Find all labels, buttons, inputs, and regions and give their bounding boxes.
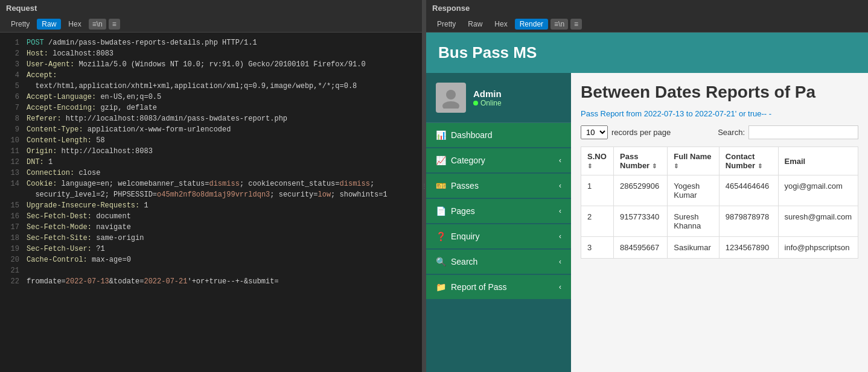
web-body: Admin Online 📊 Dashboard bbox=[426, 73, 868, 372]
search-chevron-icon: ‹ bbox=[559, 257, 561, 266]
col-email: Email bbox=[778, 147, 858, 175]
pretty-button[interactable]: Pretty bbox=[6, 19, 34, 30]
sidebar-item-search[interactable]: 🔍 Search ‹ bbox=[426, 250, 571, 274]
user-status: Online bbox=[473, 99, 502, 107]
sidebar-item-enquiry-label: Enquiry bbox=[451, 232, 479, 241]
report-table: S.NO ⇕ Pass Number ⇕ Full Name ⇕ bbox=[581, 147, 858, 259]
sidebar-item-pages[interactable]: 📄 Pages ‹ bbox=[426, 199, 571, 223]
status-dot bbox=[473, 101, 478, 106]
row3-email: info@phpscriptson bbox=[778, 237, 858, 259]
sidebar-item-pages-label: Pages bbox=[451, 206, 475, 216]
web-main-content: Between Dates Reports of Pa Pass Report … bbox=[571, 73, 868, 372]
pass-number-sort-icon[interactable]: ⇕ bbox=[652, 163, 657, 169]
records-per-page-label: records per page bbox=[611, 128, 671, 137]
sidebar-item-dashboard[interactable]: 📊 Dashboard bbox=[426, 123, 571, 147]
web-sidebar: Admin Online 📊 Dashboard bbox=[426, 73, 571, 372]
webapp-title: Bus Pass MS bbox=[438, 43, 856, 62]
code-line-8: 8 Referer: http://localhost:8083/admin/p… bbox=[0, 113, 422, 124]
menu-button[interactable]: ≡ bbox=[109, 19, 120, 30]
code-line-22: 22 fromdate=2022-07-13&todate=2022-07-21… bbox=[0, 276, 422, 287]
search-icon: 🔍 bbox=[436, 257, 446, 266]
request-code: 1 POST /admin/pass-bwdates-reports-detai… bbox=[0, 33, 422, 372]
passes-icon: 🎫 bbox=[436, 181, 446, 191]
col-sno: S.NO ⇕ bbox=[581, 147, 614, 175]
enquiry-icon: ❓ bbox=[436, 232, 446, 241]
sidebar-item-passes[interactable]: 🎫 Passes ‹ bbox=[426, 174, 571, 198]
response-title: Response bbox=[432, 4, 470, 13]
col-full-name: Full Name ⇕ bbox=[668, 147, 719, 175]
sidebar-item-dashboard-label: Dashboard bbox=[451, 130, 493, 140]
code-line-5: 5 text/html,application/xhtml+xml,applic… bbox=[0, 81, 422, 92]
format-button[interactable]: ≡\n bbox=[89, 19, 106, 30]
resp-hex-button[interactable]: Hex bbox=[490, 19, 512, 30]
category-chevron-icon: ‹ bbox=[559, 156, 561, 165]
code-line-14: 14 Cookie: language=en; welcomebanner_st… bbox=[0, 178, 422, 189]
sidebar-item-report-label: Report of Pass bbox=[451, 282, 507, 292]
svg-point-0 bbox=[446, 90, 456, 99]
request-header: Request bbox=[0, 0, 422, 16]
report-page-title: Between Dates Reports of Pa bbox=[581, 83, 858, 102]
sidebar-item-category[interactable]: 📈 Category ‹ bbox=[426, 148, 571, 172]
resp-render-button[interactable]: Render bbox=[515, 19, 548, 30]
code-line-13: 13 Connection: close bbox=[0, 168, 422, 178]
resp-format-button[interactable]: ≡\n bbox=[550, 19, 568, 30]
row3-pass-number: 884595667 bbox=[614, 237, 668, 259]
sno-sort-icon[interactable]: ⇕ bbox=[587, 163, 592, 169]
resp-menu-button[interactable]: ≡ bbox=[570, 19, 582, 30]
table-row: 2 915773340 Suresh Khanna 9879878978 sur… bbox=[581, 206, 858, 237]
code-line-16: 16 Sec-Fetch-Dest: document bbox=[0, 211, 422, 222]
resp-raw-button[interactable]: Raw bbox=[463, 19, 487, 30]
sidebar-item-report-of-pass[interactable]: 📁 Report of Pass ‹ bbox=[426, 275, 571, 299]
contact-sort-icon[interactable]: ⇕ bbox=[758, 163, 762, 169]
row3-contact-number: 1234567890 bbox=[719, 237, 778, 259]
code-line-11: 11 Origin: http://localhost:8083 bbox=[0, 146, 422, 157]
request-panel: Request Pretty Raw Hex ≡\n ≡ 1 POST /adm… bbox=[0, 0, 423, 372]
sidebar-item-enquiry[interactable]: ❓ Enquiry ‹ bbox=[426, 224, 571, 248]
sidebar-item-category-label: Category bbox=[451, 156, 485, 165]
report-icon: 📁 bbox=[436, 282, 446, 292]
table-row: 1 286529906 Yogesh Kumar 4654464646 yogi… bbox=[581, 175, 858, 206]
raw-button[interactable]: Raw bbox=[37, 19, 61, 30]
table-search-input[interactable] bbox=[748, 125, 858, 139]
row3-full-name: Sasikumar bbox=[668, 237, 719, 259]
code-line-7: 7 Accept-Encoding: gzip, deflate bbox=[0, 102, 422, 113]
avatar bbox=[436, 83, 466, 113]
row1-full-name: Yogesh Kumar bbox=[668, 175, 719, 206]
code-line-14b: security_level=2; PHPSESSID=o45mh2nf8o8d… bbox=[0, 189, 422, 200]
sidebar-item-passes-label: Passes bbox=[451, 181, 479, 191]
hex-button[interactable]: Hex bbox=[63, 19, 86, 30]
code-line-17: 17 Sec-Fetch-Mode: navigate bbox=[0, 222, 422, 233]
search-control: Search: bbox=[718, 125, 858, 139]
dashboard-icon: 📊 bbox=[436, 130, 446, 140]
report-chevron-icon: ‹ bbox=[559, 283, 561, 291]
request-title: Request bbox=[6, 4, 37, 13]
rendered-web-page: Bus Pass MS Admin Online bbox=[426, 33, 868, 372]
code-line-15: 15 Upgrade-Insecure-Requests: 1 bbox=[0, 200, 422, 211]
code-line-20: 20 Cache-Control: max-age=0 bbox=[0, 254, 422, 265]
code-line-2: 2 Host: localhost:8083 bbox=[0, 48, 422, 59]
response-panel: Response Pretty Raw Hex Render ≡\n ≡ Bus… bbox=[426, 0, 868, 372]
code-line-6: 6 Accept-Language: en-US,en;q=0.5 bbox=[0, 92, 422, 102]
row1-contact-number: 4654464646 bbox=[719, 175, 778, 206]
user-name: Admin bbox=[473, 89, 502, 99]
col-contact-number: Contact Number ⇕ bbox=[719, 147, 778, 175]
enquiry-chevron-icon: ‹ bbox=[559, 232, 561, 241]
records-per-page-select[interactable]: 10 25 50 bbox=[581, 125, 608, 139]
code-line-9: 9 Content-Type: application/x-www-form-u… bbox=[0, 124, 422, 135]
resp-pretty-button[interactable]: Pretty bbox=[432, 19, 461, 30]
category-icon: 📈 bbox=[436, 156, 446, 165]
code-line-21: 21 bbox=[0, 265, 422, 276]
request-toolbar: Pretty Raw Hex ≡\n ≡ bbox=[0, 16, 422, 33]
response-content: Bus Pass MS Admin Online bbox=[426, 33, 868, 372]
pages-chevron-icon: ‹ bbox=[559, 207, 561, 215]
user-info: Admin Online bbox=[473, 89, 502, 107]
full-name-sort-icon[interactable]: ⇕ bbox=[674, 163, 678, 169]
passes-chevron-icon: ‹ bbox=[559, 181, 561, 190]
row2-full-name: Suresh Khanna bbox=[668, 206, 719, 237]
user-section: Admin Online bbox=[426, 73, 571, 123]
code-line-10: 10 Content-Length: 58 bbox=[0, 135, 422, 146]
web-topbar: Bus Pass MS bbox=[426, 33, 868, 73]
table-row: 3 884595667 Sasikumar 1234567890 info@ph… bbox=[581, 237, 858, 259]
svg-point-1 bbox=[442, 101, 459, 109]
row1-pass-number: 286529906 bbox=[614, 175, 668, 206]
